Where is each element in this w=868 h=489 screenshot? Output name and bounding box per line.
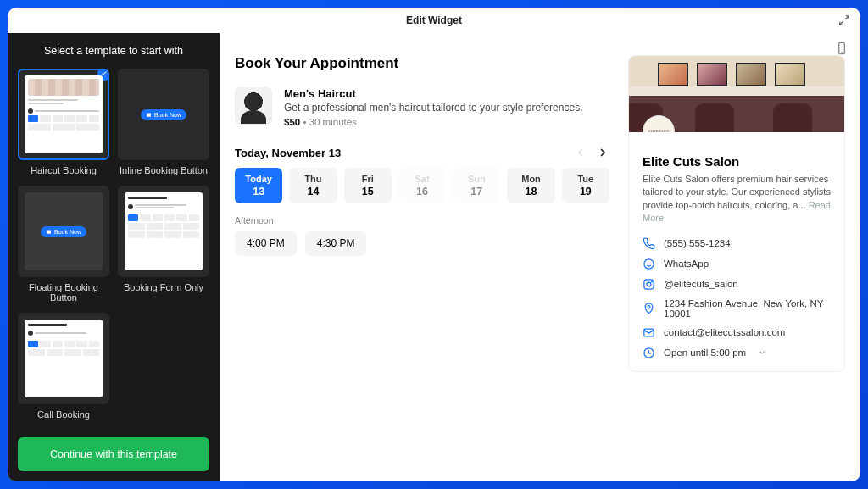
whatsapp-icon — [643, 258, 655, 270]
window-title: Edit Widget — [406, 14, 462, 26]
next-arrow-icon[interactable] — [596, 146, 609, 159]
day-option[interactable]: Today13 — [235, 168, 282, 203]
main-preview: Book Your Appointment Men's Haircut Get … — [220, 33, 860, 481]
info-text: 1234 Fashion Avenue, New York, NY 10001 — [664, 298, 831, 319]
svg-point-7 — [651, 281, 652, 281]
template-sidebar: Select a template to start with — [8, 33, 220, 481]
info-text: Open until 5:00 pm — [664, 347, 746, 358]
time-slot[interactable]: 4:00 PM — [235, 231, 297, 256]
service-name: Men's Haircut — [284, 87, 582, 100]
day-option[interactable]: Tue19 — [562, 168, 609, 203]
template-floating-button: Book Now Floating Booking Button — [18, 186, 109, 303]
svg-point-6 — [647, 282, 651, 286]
svg-rect-0 — [147, 113, 151, 116]
email-icon — [643, 326, 655, 339]
time-slot[interactable]: 4:30 PM — [305, 231, 367, 256]
day-option: Sun17 — [453, 168, 500, 203]
phone-icon — [643, 237, 655, 250]
continue-button[interactable]: Continue with this template — [18, 437, 209, 471]
template-grid: Haircut Booking Book Now Inline Booking … — [18, 69, 209, 420]
template-inline-button: Book Now Inline Booking Button — [118, 69, 209, 175]
location-icon — [643, 302, 655, 314]
template-thumb[interactable]: Book Now — [118, 69, 209, 160]
book-now-pill: Book Now — [141, 109, 186, 120]
booking-heading: Book Your Appointment — [235, 55, 609, 72]
business-name: Elite Cuts Salon — [643, 154, 831, 169]
book-now-pill: Book Now — [41, 226, 86, 237]
template-label: Booking Form Only — [124, 282, 203, 292]
prev-arrow-icon — [574, 146, 587, 159]
template-thumb[interactable] — [118, 186, 209, 277]
template-label: Call Booking — [37, 409, 90, 420]
day-option[interactable]: Fri15 — [344, 168, 392, 203]
business-description: Elite Cuts Salon offers premium hair ser… — [643, 173, 831, 225]
business-info-row[interactable]: contact@elitecutssalon.com — [643, 326, 831, 339]
business-info-row[interactable]: @elitecuts_salon — [643, 278, 831, 291]
business-info-row[interactable]: 1234 Fashion Avenue, New York, NY 10001 — [643, 298, 831, 319]
svg-point-4 — [644, 258, 654, 268]
template-label: Inline Booking Button — [120, 165, 208, 175]
device-phone-icon[interactable] — [835, 42, 849, 55]
date-header: Today, November 13 — [235, 146, 609, 159]
expand-icon[interactable] — [838, 14, 850, 26]
service-meta: $50 • 30 minutes — [284, 117, 582, 127]
business-hero-image: ELITE CUTS — [629, 56, 844, 132]
service-description: Get a professional men's haircut tailore… — [284, 102, 582, 114]
chevron-down-icon — [758, 348, 766, 357]
info-text: @elitecuts_salon — [664, 279, 738, 289]
business-info-row[interactable]: (555) 555-1234 — [643, 237, 831, 250]
instagram-icon — [643, 278, 655, 291]
template-label: Floating Booking Button — [18, 282, 109, 303]
day-selector: Today13Thu14Fri15Sat16Sun17Mon18Tue19 — [235, 168, 609, 203]
info-text: contact@elitecutssalon.com — [664, 327, 785, 337]
service-row: Men's Haircut Get a professional men's h… — [235, 87, 609, 127]
info-text: WhatsApp — [664, 258, 709, 269]
booking-panel: Book Your Appointment Men's Haircut Get … — [235, 55, 609, 459]
date-title: Today, November 13 — [235, 147, 341, 159]
template-thumb[interactable]: Book Now — [18, 186, 109, 277]
svg-point-8 — [648, 306, 650, 308]
template-thumb[interactable] — [18, 313, 109, 404]
service-price: $50 — [284, 117, 300, 127]
service-duration: 30 minutes — [309, 117, 357, 127]
business-card: ELITE CUTS Elite Cuts Salon Elite Cuts S… — [628, 55, 845, 372]
day-option: Sat16 — [398, 168, 446, 203]
template-call-booking: Call Booking — [18, 313, 109, 420]
time-section-label: Afternoon — [235, 215, 609, 225]
clock-icon — [643, 347, 655, 359]
business-info-row[interactable]: WhatsApp — [643, 258, 831, 270]
sidebar-title: Select a template to start with — [18, 45, 209, 57]
service-avatar — [235, 87, 272, 125]
business-info-rows: (555) 555-1234WhatsApp@elitecuts_salon12… — [643, 237, 831, 359]
template-thumb[interactable] — [18, 69, 109, 160]
day-option[interactable]: Mon18 — [507, 168, 554, 203]
info-text: (555) 555-1234 — [664, 238, 731, 248]
titlebar: Edit Widget — [8, 8, 860, 33]
template-booking-form: Booking Form Only — [118, 186, 209, 303]
template-haircut-booking: Haircut Booking — [18, 69, 109, 175]
day-option[interactable]: Thu14 — [289, 168, 337, 203]
template-label: Haircut Booking — [31, 165, 97, 175]
business-info-row[interactable]: Open until 5:00 pm — [643, 347, 831, 359]
svg-rect-1 — [47, 230, 51, 233]
edit-widget-window: Edit Widget Select a template to start w… — [8, 8, 860, 481]
time-slots: 4:00 PM4:30 PM — [235, 231, 609, 256]
